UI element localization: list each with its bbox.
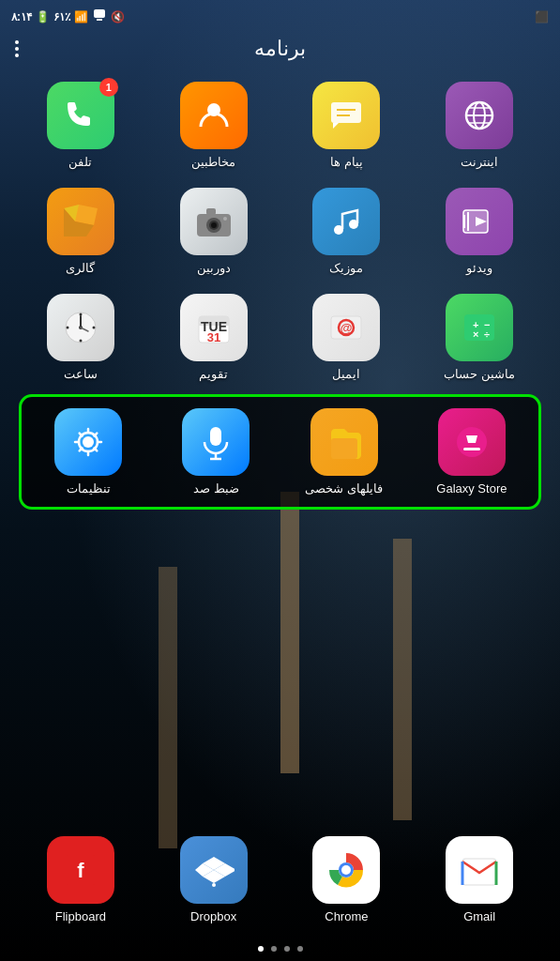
music-icon [312,188,380,255]
camera-label: دوربین [197,261,231,275]
notification-icon [92,8,107,25]
svg-point-61 [341,865,351,875]
app-item-files[interactable]: فایلهای شخصی [285,408,403,496]
phone-badge: 1 [99,78,118,97]
galaxy-store-label: Galaxy Store [436,481,507,496]
page-dot-2[interactable] [271,946,277,952]
svg-point-16 [223,217,227,221]
chrome-label: Chrome [325,909,368,923]
dropbox-label: Dropbox [190,909,236,923]
app-item-music[interactable]: موزیک [285,188,409,275]
internet-label: اینترنت [461,155,498,169]
svg-text:@: @ [341,321,353,335]
app-item-clock[interactable]: ساعت [19,294,143,381]
video-label: ویدئو [466,261,492,275]
calendar-icon: TUE 31 [180,294,248,361]
svg-point-14 [211,222,217,228]
gallery-icon [47,188,114,255]
app-item-gmail[interactable]: Gmail [417,836,541,923]
svg-point-58 [212,883,216,887]
chrome-app-icon [312,836,380,904]
svg-point-27 [79,313,82,316]
mute-icon: 🔇 [111,10,125,23]
app-item-calculator[interactable]: + − × ÷ ماشین حساب [417,294,541,381]
app-item-email[interactable]: @ ایمیل [285,294,409,381]
email-label: ایمیل [332,367,360,381]
svg-rect-49 [331,438,357,459]
battery-icon: 🔋 [36,10,50,23]
app-item-calendar[interactable]: TUE 31 تقویم [152,294,276,381]
page-dot-4[interactable] [297,946,303,952]
battery-level: ۶۱٪ [53,10,70,23]
calculator-icon: + − × ÷ [446,294,513,361]
app-item-flipboard[interactable]: f Flipboard [19,836,143,923]
page-title: برنامه [254,37,306,61]
phone-label: تلفن [68,155,92,169]
clock-label: ساعت [64,367,98,381]
svg-point-18 [349,220,358,229]
app-grid-row2: گالری دوربین موزیک [0,178,560,284]
svg-rect-15 [206,208,216,215]
messages-icon [312,82,380,149]
video-icon [446,188,513,255]
page-dot-1[interactable] [258,946,264,952]
svg-point-29 [66,327,68,329]
svg-rect-1 [97,19,102,21]
svg-rect-0 [94,9,105,18]
signal-icon: 📶 [74,10,88,23]
app-item-gallery[interactable]: گالری [19,188,143,275]
app-item-phone[interactable]: 1 تلفن [19,82,143,169]
flipboard-label: Flipboard [55,909,106,923]
svg-rect-3 [331,102,361,123]
app-item-messages[interactable]: پیام ها [285,82,409,169]
flipboard-icon: f [47,836,114,904]
settings-app-icon [54,408,122,476]
files-icon [310,408,378,476]
gmail-icon [446,836,513,904]
dropbox-icon [180,836,248,904]
screenshot-icon: ⬛ [535,10,549,23]
files-label: فایلهای شخصی [305,481,383,496]
app-item-dropbox[interactable]: Dropbox [152,836,276,923]
page-dot-3[interactable] [284,946,290,952]
camera-icon [180,188,248,255]
music-label: موزیک [329,261,363,275]
app-item-internet[interactable]: اینترنت [417,82,541,169]
app-drawer-header: برنامه [0,29,560,72]
calculator-label: ماشین حساب [444,367,515,381]
settings-row: تنظیمات ضبط صد فایلهای شخصی [19,394,541,510]
settings-section: تنظیمات ضبط صد فایلهای شخصی [0,394,560,510]
app-item-voice[interactable]: ضبط صد [157,408,275,496]
svg-text:÷: ÷ [484,328,490,340]
clock-icon [47,294,114,361]
messages-label: پیام ها [330,155,363,169]
svg-point-44 [83,436,94,448]
voice-icon [182,408,250,476]
app-item-galaxystore[interactable]: Galaxy Store [413,408,531,496]
galaxy-store-icon [438,408,506,476]
contacts-icon [180,82,248,149]
svg-point-28 [79,340,82,343]
page-indicators [0,946,560,952]
svg-rect-51 [463,448,480,450]
app-item-video[interactable]: ویدئو [417,188,541,275]
app-grid-row3: ساعت TUE 31 تقویم @ ایمیل + [0,284,560,390]
time: ۸:۱۴ [11,10,32,23]
app-item-camera[interactable]: دوربین [152,188,276,275]
svg-point-17 [334,225,343,235]
svg-text:f: f [77,859,84,882]
svg-text:×: × [473,328,478,340]
app-item-contacts[interactable]: مخاطبین [152,82,276,169]
svg-rect-46 [210,427,221,446]
phone-icon: 1 [47,82,114,149]
app-item-chrome[interactable]: Chrome [285,836,409,923]
svg-text:31: 31 [206,330,219,344]
status-left: ۸:۱۴ 🔋 ۶۱٪ 📶 🔇 [11,8,125,25]
app-grid-row1: 1 تلفن مخاطبین پیام ها [0,72,560,178]
calendar-label: تقویم [199,367,228,381]
more-options-button[interactable] [15,40,19,57]
internet-icon [446,82,513,149]
app-item-settings[interactable]: تنظیمات [29,408,147,496]
status-bar: ۸:۱۴ 🔋 ۶۱٪ 📶 🔇 ⬛ [0,0,560,29]
gallery-label: گالری [66,261,95,275]
